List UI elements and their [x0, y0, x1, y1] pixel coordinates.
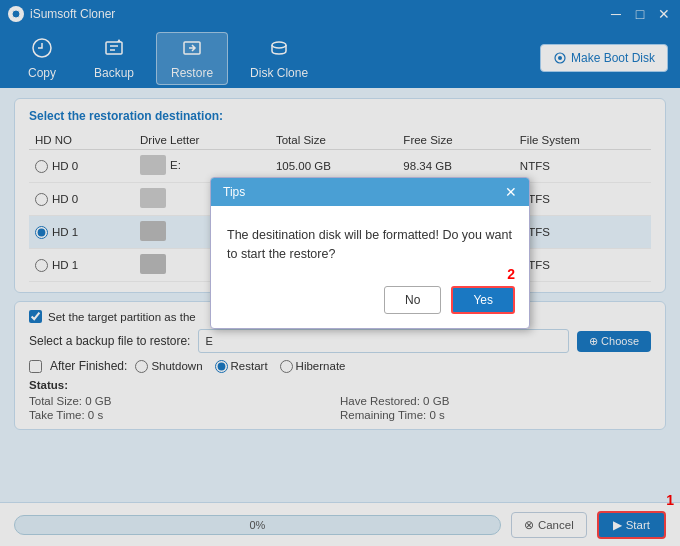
modal-overlay: Tips ✕ The desitination disk will be for… [0, 0, 680, 546]
modal-body: The desitination disk will be formatted!… [211, 206, 529, 278]
modal-close-button[interactable]: ✕ [505, 184, 517, 200]
tips-modal: Tips ✕ The desitination disk will be for… [210, 177, 530, 329]
yes-btn-wrapper: Yes 2 [451, 286, 515, 314]
modal-yes-button[interactable]: Yes [451, 286, 515, 314]
modal-no-button[interactable]: No [384, 286, 441, 314]
annotation-label-2: 2 [507, 266, 515, 282]
modal-title: Tips [223, 185, 245, 199]
modal-header: Tips ✕ [211, 178, 529, 206]
modal-message: The desitination disk will be formatted!… [227, 228, 512, 261]
modal-footer: No Yes 2 [211, 278, 529, 328]
